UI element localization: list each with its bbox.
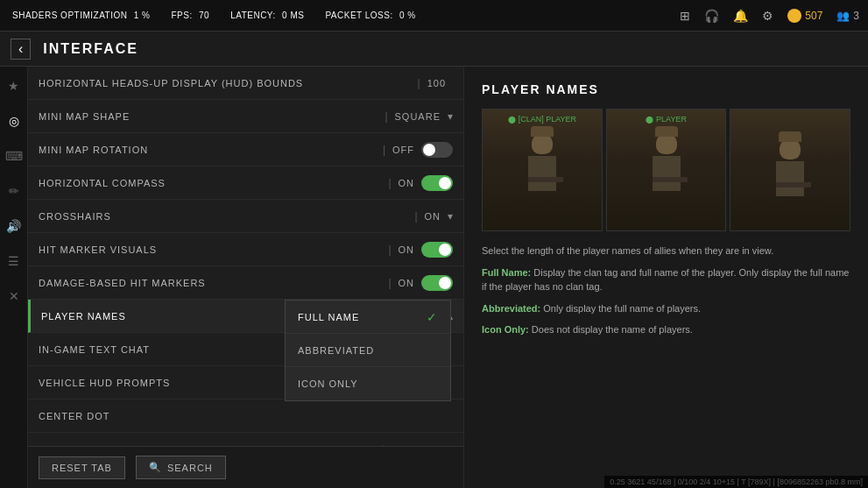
compass-knob bbox=[439, 177, 451, 189]
reset-tab-button[interactable]: RESET TAB bbox=[39, 456, 125, 479]
setting-minimap-shape[interactable]: MINI MAP SHAPE | SQUARE ▾ bbox=[28, 100, 463, 133]
dropdown-abbreviated[interactable]: ABBREVIATED bbox=[286, 334, 450, 367]
setting-center-dot[interactable]: CENTER DOT bbox=[28, 400, 463, 433]
setting-damage-hit[interactable]: DAMAGE-BASED HIT MARKERS | ON bbox=[28, 266, 463, 300]
players-value: 3 bbox=[853, 10, 859, 22]
packet-loss-stat: PACKET LOSS: 0 % bbox=[321, 11, 415, 20]
hit-marker-knob bbox=[439, 244, 451, 256]
soldier-figure-1 bbox=[516, 133, 568, 221]
sidebar-icon-edit[interactable]: ✏ bbox=[5, 180, 23, 202]
topbar: SHADERS OPTIMIZATION 1 % FPS: 70 LATENCY… bbox=[0, 0, 868, 32]
back-button[interactable]: ‹ bbox=[11, 39, 31, 60]
sidebar-icon-controller[interactable]: ⌨ bbox=[2, 145, 26, 166]
sidebar-icon-cross[interactable]: ✕ bbox=[5, 286, 23, 307]
player-names-dropdown[interactable]: FULL NAME ✓ ABBREVIATED ICON ONLY bbox=[285, 300, 451, 401]
clan-player-label: ⬤ [CLAN] PLAYER bbox=[508, 115, 576, 124]
preview-player: ⬤ PLAYER bbox=[606, 109, 727, 231]
info-description: Select the length of the player names of… bbox=[482, 244, 850, 258]
player-previews: ⬤ [CLAN] PLAYER ⬤ PLAYER bbox=[482, 109, 850, 231]
players-display: 👥 3 bbox=[836, 10, 859, 22]
bell-icon[interactable]: 🔔 bbox=[733, 9, 748, 23]
setting-partial[interactable]: CENTER DOT SCALE | DEFAULT ▾ bbox=[28, 433, 463, 446]
info-abbreviated-option: Abbreviated: Only display the full name … bbox=[482, 301, 850, 316]
settings-list: HORIZONTAL HEADS-UP DISPLAY (HUD) BOUNDS… bbox=[28, 67, 463, 446]
coins-value: 507 bbox=[805, 10, 822, 22]
sidebar-icon-audio[interactable]: 🔊 bbox=[3, 216, 25, 237]
setting-minimap-rotation[interactable]: MINI MAP ROTATION | OFF bbox=[28, 133, 463, 166]
scale-chevron: ▾ bbox=[448, 443, 453, 447]
soldier-figure-2 bbox=[640, 133, 693, 221]
statusbar: 0.25 3621 45/168 | 0/100 2/4 10+15 | T [… bbox=[604, 476, 868, 488]
preview-no-name bbox=[730, 109, 850, 231]
damage-hit-knob bbox=[439, 277, 451, 289]
dropdown-icononly[interactable]: ICON ONLY bbox=[286, 367, 450, 400]
info-title: PLAYER NAMES bbox=[482, 82, 850, 96]
clan-player-silhouette bbox=[483, 110, 602, 230]
sidebar: ★ ◎ ⌨ ✏ 🔊 ☰ ✕ bbox=[0, 67, 28, 488]
sidebar-icon-star[interactable]: ★ bbox=[4, 75, 23, 96]
topbar-right: ⊞ 🎧 🔔 ⚙ 507 👥 3 bbox=[680, 9, 859, 23]
header: ‹ INTERFACE bbox=[0, 32, 868, 67]
crosshairs-chevron: ▾ bbox=[448, 210, 453, 223]
info-panel: PLAYER NAMES ⬤ [CLAN] PLAYER bbox=[464, 67, 868, 488]
fullname-title: Full Name: bbox=[482, 267, 533, 278]
check-icon: ✓ bbox=[427, 310, 438, 324]
coin-icon bbox=[787, 9, 801, 23]
player-dot: ⬤ bbox=[646, 116, 653, 124]
headset-icon[interactable]: 🎧 bbox=[704, 9, 719, 23]
damage-hit-toggle[interactable] bbox=[421, 275, 453, 291]
players-icon: 👥 bbox=[836, 10, 850, 22]
sidebar-icon-target[interactable]: ◎ bbox=[5, 110, 23, 131]
search-button[interactable]: 🔍 SEARCH bbox=[136, 456, 226, 479]
grid-icon[interactable]: ⊞ bbox=[680, 9, 690, 23]
icononly-desc: Does not display the name of players. bbox=[532, 324, 693, 335]
settings-footer: RESET TAB 🔍 SEARCH bbox=[28, 446, 463, 488]
setting-hud-bounds[interactable]: HORIZONTAL HEADS-UP DISPLAY (HUD) BOUNDS… bbox=[28, 67, 463, 100]
setting-hit-marker[interactable]: HIT MARKER VISUALS | ON bbox=[28, 233, 463, 266]
settings-panel: HORIZONTAL HEADS-UP DISPLAY (HUD) BOUNDS… bbox=[28, 67, 464, 488]
no-name-silhouette bbox=[730, 110, 850, 230]
clan-dot: ⬤ bbox=[508, 116, 516, 124]
minimap-shape-chevron: ▾ bbox=[448, 110, 453, 123]
info-fullname-option: Full Name: Display the clan tag and full… bbox=[482, 265, 850, 294]
soldier-figure-3 bbox=[764, 138, 816, 226]
fps-stat: FPS: 70 bbox=[168, 11, 210, 20]
minimap-rotation-toggle[interactable] bbox=[421, 142, 453, 158]
shaders-stat: SHADERS OPTIMIZATION 1 % bbox=[9, 11, 151, 20]
dropdown-fullname[interactable]: FULL NAME ✓ bbox=[286, 301, 450, 334]
search-icon: 🔍 bbox=[149, 462, 162, 473]
preview-clan-player: ⬤ [CLAN] PLAYER bbox=[482, 109, 603, 231]
setting-horizontal-compass[interactable]: HORIZONTAL COMPASS | ON bbox=[28, 166, 463, 200]
fullname-desc: Display the clan tag and full name of th… bbox=[482, 267, 849, 293]
info-icononly-option: Icon Only: Does not display the name of … bbox=[482, 322, 850, 337]
setting-player-names[interactable]: PLAYER NAMES | FULL NAME ▴ FULL NAME ✓ A… bbox=[28, 300, 463, 333]
coins-display: 507 bbox=[787, 9, 822, 23]
main-content: ★ ◎ ⌨ ✏ 🔊 ☰ ✕ HORIZONTAL HEADS-UP DISPLA… bbox=[0, 67, 868, 488]
player-label: ⬤ PLAYER bbox=[646, 115, 687, 124]
minimap-rotation-knob bbox=[423, 144, 435, 156]
compass-toggle[interactable] bbox=[421, 175, 453, 191]
search-label: SEARCH bbox=[167, 463, 213, 473]
gear-icon[interactable]: ⚙ bbox=[762, 9, 773, 23]
setting-crosshairs[interactable]: CROSSHAIRS | ON ▾ bbox=[28, 200, 463, 233]
sidebar-icon-menu[interactable]: ☰ bbox=[4, 251, 23, 272]
latency-stat: LATENCY: 0 MS bbox=[227, 11, 304, 20]
page-title: INTERFACE bbox=[43, 41, 138, 57]
icononly-title: Icon Only: bbox=[482, 324, 532, 335]
abbreviated-desc: Only display the full name of players. bbox=[543, 303, 701, 314]
abbreviated-title: Abbreviated: bbox=[482, 303, 543, 314]
hit-marker-toggle[interactable] bbox=[421, 242, 453, 258]
player-silhouette bbox=[607, 110, 726, 230]
